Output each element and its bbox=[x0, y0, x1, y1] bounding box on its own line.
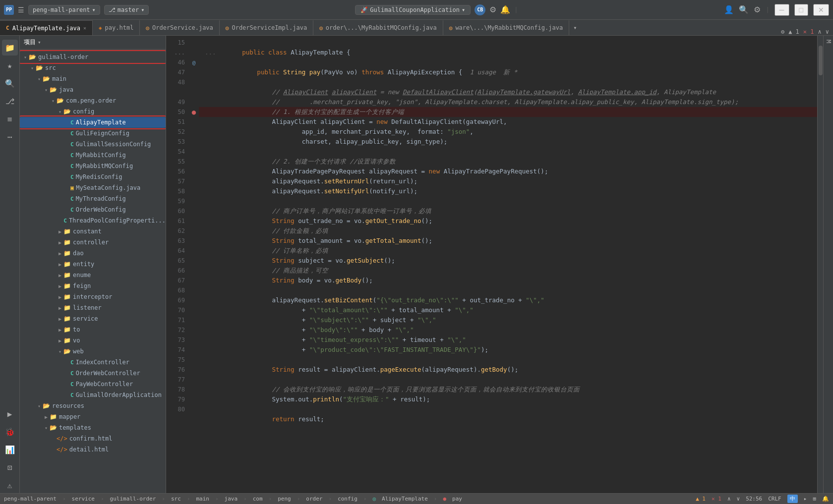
tree-item-gulimall-order-application[interactable]: C GulimallOrderApplication bbox=[20, 390, 166, 400]
status-arrow-down[interactable]: ∨ bbox=[737, 496, 740, 502]
tree-item-confirm-html[interactable]: </> confirm.html bbox=[20, 433, 166, 444]
sidebar-more-icon[interactable]: ⋯ bbox=[2, 129, 18, 145]
tab-java-icon: ◎ bbox=[449, 25, 453, 31]
minimize-button[interactable]: ─ bbox=[774, 4, 789, 16]
tree-item-my-thread-config[interactable]: C MyThreadConfig bbox=[20, 193, 166, 204]
tree-arrow: ▶ bbox=[57, 327, 63, 333]
tab-label: OrderServiceImpl.java bbox=[232, 24, 307, 31]
tree-item-templates[interactable]: ▾ 📂 templates bbox=[20, 422, 166, 433]
sidebar-debug-icon[interactable]: 🐞 bbox=[2, 424, 18, 440]
tree-item-pay-web-controller[interactable]: C PayWebController bbox=[20, 379, 166, 390]
project-selector[interactable]: peng-mall-parent ▾ bbox=[28, 5, 100, 15]
scrollbar-thumb[interactable] bbox=[819, 46, 823, 75]
tree-item-interceptor[interactable]: ▶ 📁 interceptor bbox=[20, 291, 166, 302]
tree-item-constant[interactable]: ▶ 📁 constant bbox=[20, 226, 166, 237]
tab-pay-html[interactable]: ◈ pay.html bbox=[93, 20, 140, 35]
tree-item-order-web-config[interactable]: C OrderWebConfig bbox=[20, 204, 166, 215]
tree-label: com.peng.order bbox=[66, 97, 116, 104]
close-button[interactable]: ✕ bbox=[813, 4, 829, 16]
tab-alipay-template[interactable]: C AlipayTemplate.java ✕ bbox=[0, 20, 93, 35]
status-bell-icon[interactable]: 🔔 bbox=[822, 496, 829, 502]
tab-nav-up[interactable]: ∧ bbox=[818, 28, 822, 35]
tree-item-main[interactable]: ▾ 📂 main bbox=[20, 73, 166, 84]
tree-item-entity[interactable]: ▶ 📁 entity bbox=[20, 259, 166, 270]
tree-item-web[interactable]: ▾ 📂 web bbox=[20, 346, 166, 357]
tree-item-java[interactable]: ▾ 📂 java bbox=[20, 84, 166, 95]
sidebar-find-icon[interactable]: 🔍 bbox=[2, 75, 18, 91]
status-error-count[interactable]: ✕ 1 bbox=[712, 496, 721, 502]
sidebar-problems-icon[interactable]: ⚠ bbox=[2, 477, 18, 493]
tree-item-feign[interactable]: ▶ 📁 feign bbox=[20, 280, 166, 291]
tree-item-my-rabbit-mq-config[interactable]: C MyRabbitMQConfig bbox=[20, 161, 166, 171]
avatar[interactable]: CB bbox=[475, 4, 485, 15]
branch-selector[interactable]: ⎇ master ▾ bbox=[104, 5, 149, 15]
tree-item-controller[interactable]: ▶ 📁 controller bbox=[20, 237, 166, 248]
tree-item-index-controller[interactable]: C IndexController bbox=[20, 357, 166, 368]
status-lang-chinese[interactable]: 中 bbox=[787, 495, 798, 503]
status-run-icon[interactable]: ▸ bbox=[804, 496, 807, 502]
tabs-overflow-button[interactable]: ▾ bbox=[569, 20, 581, 35]
status-warning-count[interactable]: ▲ 1 bbox=[696, 496, 706, 502]
status-arrow-up[interactable]: ∧ bbox=[727, 496, 731, 502]
tree-item-thread-pool-config[interactable]: C ThreadPoolConfigProperti... bbox=[20, 215, 166, 226]
folder-icon: 📁 bbox=[63, 337, 71, 344]
right-sidebar-btn1[interactable]: M bbox=[825, 40, 832, 43]
tree-item-gulimall-order[interactable]: ▾ 📂 gulimall-order bbox=[20, 52, 166, 62]
tree-item-com-peng-order[interactable]: ▾ 📂 com.peng.order bbox=[20, 95, 166, 106]
settings-global-button[interactable]: ⚙ bbox=[754, 5, 761, 14]
tab-ware-mq-config[interactable]: ◎ ware\...\MyRabbitMQConfig.java bbox=[443, 20, 569, 35]
sidebar-bookmark-icon[interactable]: ★ bbox=[2, 57, 18, 73]
tab-expand-button[interactable]: ▲ 1 bbox=[788, 28, 799, 35]
user-button[interactable]: 👤 bbox=[724, 5, 734, 14]
tab-nav-down[interactable]: ∨ bbox=[826, 28, 829, 35]
tree-item-my-rabbit-config[interactable]: C MyRabbitConfig bbox=[20, 150, 166, 161]
scrollbar-track[interactable] bbox=[817, 36, 823, 493]
tree-item-to[interactable]: ▶ 📁 to bbox=[20, 324, 166, 335]
tree-label: service bbox=[73, 315, 98, 322]
tree-item-mapper[interactable]: ▶ 📁 mapper bbox=[20, 411, 166, 422]
tree-item-my-seata-config[interactable]: ▣ MySeataConfig.java bbox=[20, 182, 166, 193]
breakpoint-icon[interactable]: ● bbox=[189, 107, 199, 117]
breadcrumb-sep3: › bbox=[162, 496, 165, 502]
tree-item-listener[interactable]: ▶ 📁 listener bbox=[20, 302, 166, 313]
code-lines[interactable]: public class AlipayTemplate { ... public… bbox=[199, 36, 817, 493]
tree-item-enume[interactable]: ▶ 📁 enume bbox=[20, 270, 166, 280]
sidebar-project-icon[interactable]: 📁 bbox=[2, 40, 18, 56]
tab-order-service[interactable]: ◎ OrderService.java bbox=[140, 20, 219, 35]
tree-item-order-web-controller[interactable]: C OrderWebController bbox=[20, 368, 166, 379]
sidebar-structure-icon[interactable]: ≡ bbox=[2, 111, 18, 127]
sidebar-git-icon[interactable]: ⎇ bbox=[2, 93, 18, 109]
tree-item-vo[interactable]: ▶ 📁 vo bbox=[20, 335, 166, 346]
tab-error-button[interactable]: ✕ 1 bbox=[803, 28, 814, 35]
tab-order-mq-config[interactable]: ◎ order\...\MyRabbitMQConfig.java bbox=[313, 20, 443, 35]
tree-item-dao[interactable]: ▶ 📁 dao bbox=[20, 248, 166, 259]
sidebar-run-icon[interactable]: ▶ bbox=[2, 406, 18, 422]
tree-item-gulimall-session[interactable]: C GulimallSessionConfig bbox=[20, 139, 166, 150]
notification-button[interactable]: 🔔 bbox=[500, 5, 510, 14]
tab-html-icon: ◈ bbox=[99, 25, 102, 31]
tree-label: config bbox=[73, 108, 94, 115]
tab-settings-button[interactable]: ⚙ bbox=[781, 28, 784, 35]
tree-item-alipay-template[interactable]: C AlipayTemplate bbox=[20, 117, 166, 128]
tab-close-icon[interactable]: ✕ bbox=[83, 25, 86, 31]
status-config: config bbox=[338, 496, 357, 502]
status-grid-icon[interactable]: ⊞ bbox=[813, 496, 816, 502]
tree-arrow: ▶ bbox=[57, 338, 63, 343]
app-run-selector[interactable]: 🚀 GulimallCouponApplication ▾ bbox=[355, 5, 471, 15]
tab-order-service-impl[interactable]: ◎ OrderServiceImpl.java bbox=[220, 20, 313, 35]
settings-button[interactable]: ⚙ bbox=[489, 5, 496, 14]
code-line-68: alipayRequest.setBizContent("{\"out_trad… bbox=[199, 285, 817, 295]
tree-item-guli-feign[interactable]: C GuliFeignConfig bbox=[20, 128, 166, 139]
tree-item-src[interactable]: ▾ 📂 src bbox=[20, 62, 166, 73]
hamburger-menu[interactable]: ☰ bbox=[18, 6, 24, 14]
maximize-button[interactable]: □ bbox=[794, 4, 808, 16]
tree-item-service[interactable]: ▶ 📁 service bbox=[20, 313, 166, 324]
sidebar-profiler-icon[interactable]: 📊 bbox=[2, 442, 18, 457]
tree-item-resources[interactable]: ▾ 📂 resources bbox=[20, 400, 166, 411]
sidebar-terminal-icon[interactable]: ⊡ bbox=[2, 459, 18, 475]
tree-item-config[interactable]: ▾ 📂 config bbox=[20, 106, 166, 117]
search-button[interactable]: 🔍 bbox=[739, 5, 749, 14]
folder-icon: 📂 bbox=[63, 348, 71, 355]
tree-item-my-redis-config[interactable]: C MyRedisConfig bbox=[20, 171, 166, 182]
tree-item-detail-html[interactable]: </> detail.html bbox=[20, 444, 166, 455]
